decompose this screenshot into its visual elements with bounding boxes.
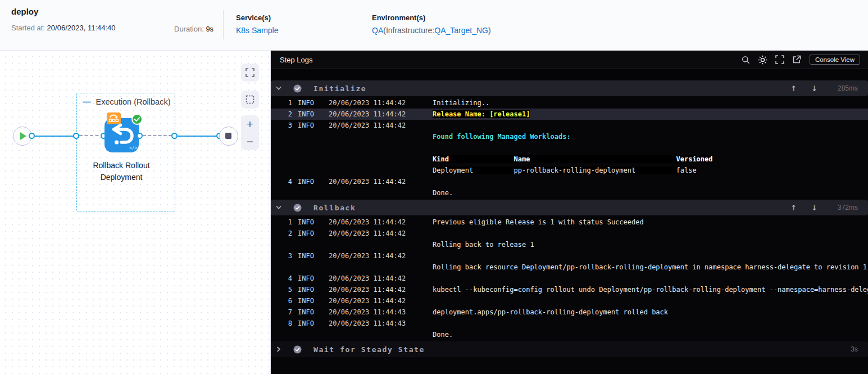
log-level (298, 262, 329, 273)
canvas-selection-button[interactable] (241, 91, 259, 109)
duration-value: 9s (206, 25, 213, 33)
rollback-step-node[interactable]: </> (104, 118, 139, 152)
log-row[interactable]: 4INFO20/06/2023 11:44:42 (271, 176, 868, 187)
log-timestamp (329, 142, 433, 154)
log-line-number: 7 (271, 307, 292, 318)
log-timestamp (329, 131, 433, 142)
log-row[interactable] (271, 142, 868, 154)
log-level: INFO (298, 295, 329, 307)
log-row[interactable]: 1INFO20/06/2023 11:44:42Initializing.. (271, 97, 868, 109)
log-message (433, 273, 868, 284)
log-row[interactable]: 4INFO20/06/2023 11:44:42 (271, 273, 868, 284)
environment-link[interactable]: QA (372, 26, 383, 35)
log-line-number (271, 131, 292, 142)
success-check-icon (131, 113, 143, 125)
step-success-icon (293, 84, 302, 93)
log-row[interactable]: 8INFO20/06/2023 11:44:43 (271, 318, 868, 329)
infrastructure-link[interactable]: QA_Target_NG (434, 26, 488, 35)
log-message (433, 142, 868, 154)
section-title: Rollback (313, 204, 356, 212)
settings-gear-icon[interactable] (755, 54, 771, 65)
services-label: Service(s) (236, 13, 278, 22)
log-timestamp: 20/06/2023 11:44:42 (329, 228, 433, 239)
service-link[interactable]: K8s Sample (236, 26, 278, 35)
collapse-dash-icon[interactable]: — (83, 97, 91, 106)
section-header-rollback[interactable]: Rollback↑↓372ms (271, 200, 868, 215)
execution-group-label: —Execution (Rollback) (83, 97, 170, 106)
scroll-to-top-icon[interactable]: ↑ (790, 204, 797, 212)
step-success-icon (293, 345, 302, 354)
console-view-button[interactable]: Console View (810, 55, 860, 65)
step-node-label: Rollback RolloutDeployment (65, 160, 178, 183)
canvas-fullscreen-button[interactable] (241, 64, 259, 82)
section-log-rows: 1INFO20/06/2023 11:44:42Previous eligibl… (271, 215, 868, 341)
log-row[interactable]: Found following Managed Workloads: (271, 131, 868, 142)
log-timestamp: 20/06/2023 11:44:42 (329, 109, 433, 120)
log-message: Done. (433, 329, 868, 340)
log-message: Deployment pp-rollback-rolling-deploymen… (433, 165, 868, 176)
rollout-badge-icon (107, 112, 121, 124)
log-row[interactable]: Rolling back resource Deployment/pp-roll… (271, 262, 868, 273)
log-row[interactable]: 7INFO20/06/2023 11:44:43deployment.apps/… (271, 307, 868, 318)
log-level (298, 329, 329, 340)
section-header-initialize[interactable]: Initialize↑↓285ms (271, 80, 868, 96)
open-in-new-icon[interactable] (788, 54, 805, 65)
edge-step-to-group-end (143, 135, 172, 136)
log-message: Release Name: [release1] (433, 109, 868, 120)
log-message: Found following Managed Workloads: (433, 131, 868, 142)
chevron-down-icon[interactable] (275, 204, 288, 211)
log-level (298, 165, 329, 176)
log-row[interactable]: Rolling back to release 1 (271, 239, 868, 250)
log-row[interactable]: 2INFO20/06/2023 11:44:42 (271, 228, 868, 239)
log-row[interactable]: 3INFO20/06/2023 11:44:42 (271, 120, 868, 131)
log-line-number: 1 (271, 97, 292, 109)
environments-label: Environment(s) (372, 13, 491, 22)
zoom-out-button[interactable]: − (247, 136, 253, 147)
log-row[interactable]: 6INFO20/06/2023 11:44:42 (271, 295, 868, 307)
pipeline-canvas[interactable]: —Execution (Rollback) </> Ro (0, 51, 271, 374)
log-line-number: 6 (271, 295, 292, 307)
zoom-in-button[interactable]: + (247, 119, 253, 130)
log-row[interactable]: 2INFO20/06/2023 11:44:42Release Name: [r… (271, 109, 868, 120)
services-column: Service(s) K8s Sample (236, 13, 278, 35)
search-icon[interactable] (738, 54, 755, 65)
log-row[interactable]: 5INFO20/06/2023 11:44:42kubectl --kubeco… (271, 284, 868, 295)
expand-fullscreen-icon[interactable] (771, 54, 788, 65)
log-timestamp (329, 187, 433, 199)
log-level (298, 187, 329, 199)
scroll-to-bottom-icon[interactable]: ↓ (811, 84, 817, 93)
log-level: INFO (298, 120, 329, 131)
scroll-to-bottom-icon[interactable]: ↓ (811, 204, 817, 212)
log-timestamp: 20/06/2023 11:44:42 (329, 176, 433, 187)
log-timestamp (329, 239, 433, 250)
log-timestamp: 20/06/2023 11:44:42 (329, 273, 433, 284)
log-timestamp: 20/06/2023 11:44:42 (329, 97, 433, 109)
log-row[interactable]: Deployment pp-rollback-rolling-deploymen… (271, 165, 868, 176)
log-row[interactable]: Done. (271, 329, 868, 340)
chevron-down-icon[interactable] (275, 85, 288, 92)
scroll-to-top-icon[interactable]: ↑ (790, 84, 797, 93)
log-line-number: 3 (271, 120, 292, 131)
section-duration: 3s (832, 345, 858, 353)
log-line-number (271, 187, 292, 199)
log-timestamp: 20/06/2023 11:44:43 (329, 307, 433, 318)
started-label: Started at: (11, 24, 45, 32)
edge-start-to-group (32, 136, 76, 137)
log-line-number: 2 (271, 228, 292, 239)
start-node-port (29, 133, 35, 139)
log-message: Kind Name Versioned (433, 154, 868, 165)
section-title: Initialize (313, 84, 366, 93)
chevron-right-icon[interactable] (275, 346, 288, 353)
log-row[interactable]: 1INFO20/06/2023 11:44:42Previous eligibl… (271, 217, 868, 228)
log-level: INFO (298, 307, 329, 318)
section-header-wait-for-steady-state[interactable]: Wait for Steady State3s (271, 341, 868, 357)
log-line-number (271, 329, 292, 340)
log-row[interactable]: 3INFO20/06/2023 11:44:42 (271, 250, 868, 262)
log-row[interactable]: Done. (271, 187, 868, 199)
log-line-number (271, 142, 292, 154)
log-level: INFO (298, 228, 329, 239)
environments-column: Environment(s) QA(Infrastructure:QA_Targ… (372, 13, 491, 35)
log-row[interactable]: Kind Name Versioned (271, 154, 868, 165)
end-node[interactable] (219, 127, 238, 146)
log-line-number: 4 (271, 273, 292, 284)
